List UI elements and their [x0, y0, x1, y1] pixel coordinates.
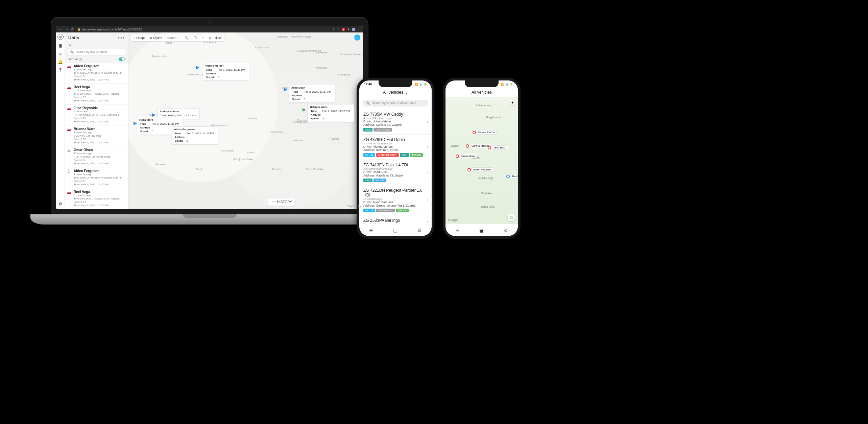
map-place-label: Koprivnica: [255, 46, 268, 49]
sidebar-more-button[interactable]: •••: [118, 35, 125, 40]
map-place-label: Sisak: [196, 168, 203, 171]
sidebar-search[interactable]: 🔍 Search by unit or driver...: [68, 49, 125, 55]
locate-button[interactable]: ◎: [508, 214, 515, 221]
unit-speed: Speed: 29: [74, 117, 125, 120]
phone-title[interactable]: All vehicles: [445, 88, 518, 97]
app-logo[interactable]: ◎: [57, 34, 64, 40]
google-logo: Google: [448, 218, 458, 222]
share-icon[interactable]: ⇪: [332, 28, 335, 31]
vehicle-card[interactable]: ZG 7221DN Peugeot Partner 1.6 HDI 14 min…: [359, 185, 432, 215]
vehicle-title: ZG 2533PA Berlingo: [363, 218, 428, 223]
arrow-icon: [303, 108, 306, 112]
nav-list-icon[interactable]: ≣: [455, 228, 459, 233]
unit-item[interactable]: 🚲 Omar Olsen 12 minutes ago PUNTA KRIŽA …: [65, 146, 128, 167]
nav-pin-icon[interactable]: 📍: [58, 68, 63, 72]
vehicle-pin[interactable]: [473, 131, 476, 134]
profile-avatar[interactable]: [352, 28, 355, 31]
history-button[interactable]: 〰 HISTORY: [268, 198, 295, 206]
vehicle-card[interactable]: ZG 4379GD Fiat Doblo 3 hours 47 minutes …: [359, 135, 432, 160]
vehicle-card[interactable]: ZG 2533PA Berlingo 5 hours 19 minutes ag…: [359, 215, 432, 224]
nav-gear-icon[interactable]: ⚙: [504, 228, 508, 233]
phone-map-area[interactable]: ◈ ◎ Google ZalaegerszegNagykanizsaZagreb…: [445, 97, 518, 224]
browser-back-button[interactable]: ←: [59, 28, 62, 31]
vehicle-pin[interactable]: [466, 144, 469, 148]
vehicle-pin[interactable]: [456, 155, 459, 158]
nav-map-icon[interactable]: ▢: [393, 228, 397, 233]
map-place-label: Kapronca / Bregi: [291, 35, 311, 38]
nav-map-icon[interactable]: ▣: [58, 43, 63, 48]
unit-address: TRG SVETOG TROJSTVA 9, Požega: [74, 197, 125, 201]
browser-reload-button[interactable]: ⟳: [71, 28, 74, 31]
unit-item[interactable]: 🚗 Brianna Ward 13 minutes ago BULINAC 15…: [65, 125, 128, 146]
vehicle-card[interactable]: ZG 7785M VW Caddy 4 hours 24 minutes ago…: [359, 109, 432, 135]
vehicle-pin[interactable]: [467, 168, 471, 171]
unit-item[interactable]: 🚶 Aiden Ferguson 11 minutes ago TRG KRAL…: [65, 167, 128, 188]
phone-title[interactable]: All vehicles ⌄: [359, 88, 432, 97]
filter-icon[interactable]: ⇅: [68, 43, 71, 47]
compass-icon[interactable]: ◈: [510, 100, 515, 105]
toolbar-info[interactable]: ⓘ: [191, 36, 199, 40]
vehicle-title: ZG 7785M VW Caddy: [363, 112, 428, 117]
map-place-label: Žutar: [166, 41, 172, 44]
unit-name: Reef Vega: [74, 85, 125, 89]
vehicle-ago: 14 minutes ago: [363, 197, 428, 201]
menu-icon[interactable]: ⋮: [357, 28, 360, 31]
info-icon: ⓘ: [193, 36, 197, 40]
unit-item[interactable]: 🚗 Aiden Ferguson 11 minutes ago TRG KRAL…: [65, 62, 128, 83]
nav-list-icon[interactable]: ≣: [369, 228, 373, 233]
unit-marker[interactable]: [303, 107, 306, 113]
layers-icon: ◈: [150, 36, 152, 40]
user-chip[interactable]: FT: [354, 34, 360, 41]
phone-search-placeholder: Search by vehicle or driver name: [372, 101, 416, 105]
map-place-label: Čazma: [248, 117, 257, 120]
toolbar-follow[interactable]: ◎Follow: [208, 36, 223, 40]
unit-item[interactable]: 🚗 Reef Vega 5 minutes ago TRG SVETOG TRO…: [65, 83, 128, 104]
nav-map-icon[interactable]: ▣: [479, 228, 484, 233]
chevron-right-icon: ›: [427, 198, 428, 203]
map-place-label: Popovača: [221, 149, 234, 152]
chevron-right-icon: ›: [427, 220, 428, 224]
wifi-icon: 📡: [419, 83, 423, 86]
vehicle-ago: Just a few moments ago: [363, 167, 428, 170]
unit-popup: Brianna WardTimeFeb 2, 2022, 11:37 PMAlt…: [308, 104, 354, 122]
unit-ago: 11 minutes ago: [74, 173, 125, 176]
unit-marker[interactable]: [196, 65, 199, 71]
vehicle-address: Address: Komin77, Komin: [363, 148, 428, 152]
toolbar-search[interactable]: 🔍: [165, 36, 190, 40]
unit-time: Time: Feb 2, 2022, 11:37 PM: [74, 120, 125, 123]
map-place-label: Požega: [330, 137, 339, 140]
toolbar-maps[interactable]: ▢Maps: [132, 36, 147, 40]
unit-type-icon: 🚗: [67, 190, 72, 207]
star-icon[interactable]: ☆: [337, 28, 340, 31]
browser-url[interactable]: 🔒 demo-fleet.giscloud.com/v2#/fleet/2400…: [77, 28, 330, 31]
extension-icon[interactable]: ●: [342, 28, 345, 31]
map-search-input[interactable]: [167, 36, 184, 40]
toolbar-person[interactable]: ⇡: [200, 36, 206, 40]
unit-item[interactable]: 🚗 Reef Vega 5 minutes ago TRG SVETOG TRO…: [65, 188, 128, 209]
phone-search[interactable]: 🔍 Search by vehicle or driver name: [363, 100, 428, 107]
unit-ago: 13 minutes ago: [74, 131, 125, 134]
lock-icon: 🔒: [77, 28, 81, 31]
map-icon: ▢: [134, 36, 137, 40]
nav-gear-icon[interactable]: ⚙: [417, 228, 422, 233]
browser-forward-button[interactable]: →: [65, 28, 68, 31]
nav-gear-icon[interactable]: ⚙: [58, 202, 63, 206]
vehicle-ago: 5 hours 19 minutes ago: [363, 223, 428, 224]
vehicle-card[interactable]: ZG 7413FN Polo 1.4 TDI Just a few moment…: [359, 160, 432, 185]
arrow-icon: [196, 66, 199, 69]
nav-list-icon[interactable]: ≡: [58, 51, 63, 56]
unit-name: Omar Olsen: [74, 148, 125, 152]
unit-address: PUNTA KRIŽA 20, Punta Križa: [74, 155, 125, 159]
vehicle-pin[interactable]: [506, 175, 510, 178]
unit-time: Time: Feb 2, 2022, 11:37 PM: [74, 141, 125, 144]
unit-marker[interactable]: [134, 120, 137, 126]
map-area[interactable]: ZagrebŽutarBedekovčinaSveti Ivan ZelinaK…: [128, 32, 363, 209]
unit-popup: Aiden FergusonTimeFeb 2, 2022, 11:37 PMA…: [172, 126, 218, 144]
vehicle-pin[interactable]: [488, 146, 491, 149]
puzzle-icon[interactable]: ✦: [347, 28, 350, 31]
active-toggle[interactable]: [119, 57, 125, 61]
nav-bell-icon[interactable]: 🔔: [58, 60, 63, 64]
unit-marker[interactable]: [284, 87, 287, 93]
toolbar-layers[interactable]: ◈Layers: [148, 36, 164, 40]
unit-item[interactable]: 🚗 June Reynolds 2 hours ago PETRA KREŠIM…: [65, 104, 128, 125]
